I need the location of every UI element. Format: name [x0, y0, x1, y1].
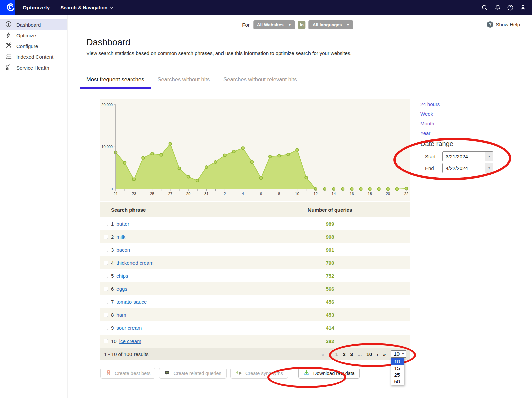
- search-phrase-link[interactable]: milk: [116, 234, 125, 240]
- topbar-actions: ?: [476, 0, 532, 15]
- page-3[interactable]: 3: [350, 351, 353, 357]
- data-point: [223, 154, 226, 157]
- row-checkbox[interactable]: [104, 222, 108, 226]
- website-selector[interactable]: All Websites ▼: [253, 20, 295, 29]
- search-phrase-link[interactable]: eggs: [116, 286, 127, 292]
- sidebar-item-label: Service Health: [16, 65, 49, 71]
- query-count: 901: [280, 247, 380, 253]
- row-rank: 4: [111, 260, 114, 266]
- search-phrase-link[interactable]: ice cream: [119, 338, 141, 344]
- sidebar-item-label: Configure: [16, 43, 38, 49]
- data-point: [160, 153, 162, 156]
- language-selector[interactable]: All languages ▼: [309, 20, 353, 29]
- tab-bar: Most frequent searchesSearches without h…: [80, 73, 522, 88]
- query-count: 414: [280, 325, 380, 331]
- website-selector-value: All Websites: [257, 22, 284, 27]
- query-count: 382: [280, 338, 380, 344]
- data-point: [251, 161, 253, 163]
- table-row-butter: 1butter989: [100, 217, 410, 230]
- sidebar-item-service-health[interactable]: Service Health: [0, 62, 67, 73]
- data-point: [132, 178, 135, 181]
- tab-searches-without-relevant-hits[interactable]: Searches without relevant hits: [216, 73, 303, 88]
- row-checkbox[interactable]: [104, 313, 108, 317]
- period-link-month[interactable]: Month: [420, 121, 527, 126]
- synonyms-icon: [235, 370, 242, 377]
- table-row-ham: 8ham453: [100, 308, 410, 321]
- column-header-search-phrase: Search phrase: [111, 207, 280, 213]
- table-row-tomato-sauce: 7tomato sauce456: [100, 295, 410, 308]
- bell-icon[interactable]: [491, 0, 504, 15]
- row-checkbox[interactable]: [104, 274, 108, 278]
- row-checkbox[interactable]: [104, 339, 108, 343]
- row-checkbox[interactable]: [104, 326, 108, 330]
- period-link-week[interactable]: Week: [420, 111, 527, 117]
- search-phrase-link[interactable]: sour cream: [116, 325, 142, 331]
- page-2[interactable]: 2: [343, 351, 345, 357]
- row-rank: 3: [111, 247, 114, 253]
- page-10[interactable]: 10: [366, 351, 372, 357]
- create-synonyms-button[interactable]: Create synonyms: [230, 368, 288, 379]
- svg-text:4: 4: [242, 192, 244, 196]
- period-link-24-hours[interactable]: 24 hours: [420, 101, 527, 107]
- table-row-ice-cream: 10ice cream382: [100, 335, 410, 348]
- sidebar-item-label: Optimize: [16, 33, 36, 38]
- column-header-number-of-queries: Number of queries: [280, 207, 380, 213]
- download-icon: [303, 369, 310, 377]
- search-phrase-link[interactable]: thickened cream: [116, 260, 153, 266]
- show-help-label: Show Help: [496, 22, 520, 27]
- period-link-year[interactable]: Year: [420, 130, 527, 136]
- show-help-button[interactable]: ? Show Help: [487, 21, 520, 28]
- last-page[interactable]: »: [383, 351, 386, 357]
- page-size-option-15[interactable]: 15: [391, 365, 404, 372]
- data-point: [151, 152, 153, 155]
- sidebar-item-optimize[interactable]: Optimize: [0, 30, 67, 41]
- product-switcher[interactable]: Search & Navigation: [60, 5, 112, 10]
- sidebar-item-indexed-content[interactable]: Indexed Content: [0, 51, 67, 62]
- search-phrase-link[interactable]: ham: [116, 312, 126, 318]
- help-icon[interactable]: ?: [504, 0, 517, 15]
- in-label: in: [298, 21, 306, 29]
- search-phrase-link[interactable]: butter: [116, 221, 129, 227]
- end-date-dropdown-button[interactable]: ▼: [485, 163, 493, 173]
- svg-text:?: ?: [509, 6, 511, 9]
- page-size-option-50[interactable]: 50: [391, 378, 404, 385]
- sidebar-item-dashboard[interactable]: Dashboard: [0, 19, 67, 30]
- row-checkbox[interactable]: [104, 261, 108, 265]
- related-queries-icon: [164, 370, 170, 377]
- create-best-bets-button[interactable]: Create best bets: [100, 368, 155, 379]
- page-size-select[interactable]: 10▼10152550: [391, 350, 406, 358]
- end-date-input[interactable]: 4/22/2024 ▼: [442, 163, 493, 173]
- search-phrase-link[interactable]: tomato sauce: [116, 299, 147, 305]
- next-page[interactable]: ›: [377, 351, 378, 357]
- page-size-value[interactable]: 10▼: [391, 350, 406, 358]
- optimize-icon: [5, 31, 12, 39]
- product-name: Search & Navigation: [60, 5, 107, 10]
- table-row-bacon: 3bacon901: [100, 243, 410, 256]
- svg-text:27: 27: [168, 192, 172, 196]
- search-icon[interactable]: [478, 0, 491, 15]
- end-date-row: End 4/22/2024 ▼: [420, 163, 527, 173]
- caret-down-icon: ▼: [402, 352, 404, 355]
- row-checkbox[interactable]: [104, 300, 108, 304]
- search-phrase-link[interactable]: chips: [116, 273, 128, 279]
- start-date-input[interactable]: 3/21/2024 ▼: [442, 151, 493, 161]
- sidebar-item-configure[interactable]: Configure: [0, 41, 67, 51]
- create-related-queries-button[interactable]: Create related queries: [159, 368, 226, 379]
- row-checkbox[interactable]: [104, 248, 108, 252]
- user-icon[interactable]: [517, 0, 529, 15]
- date-range-title: Date range: [420, 140, 527, 148]
- page-size-dropdown: 10152550: [391, 358, 404, 385]
- chevron-down-icon: [110, 5, 113, 9]
- page-size-option-25[interactable]: 25: [391, 372, 404, 378]
- tab-searches-without-hits[interactable]: Searches without hits: [151, 73, 216, 88]
- data-point: [296, 148, 298, 151]
- page-ellipsis: ...: [358, 351, 362, 357]
- row-checkbox[interactable]: [104, 235, 108, 239]
- page-size-option-10[interactable]: 10: [391, 358, 404, 365]
- tab-most-frequent-searches[interactable]: Most frequent searches: [80, 73, 151, 88]
- indexed-content-icon: [5, 53, 12, 61]
- row-checkbox[interactable]: [104, 287, 108, 291]
- search-phrase-link[interactable]: bacon: [116, 247, 130, 253]
- start-date-dropdown-button[interactable]: ▼: [485, 152, 493, 161]
- download-raw-data-button[interactable]: Download raw data: [298, 368, 360, 379]
